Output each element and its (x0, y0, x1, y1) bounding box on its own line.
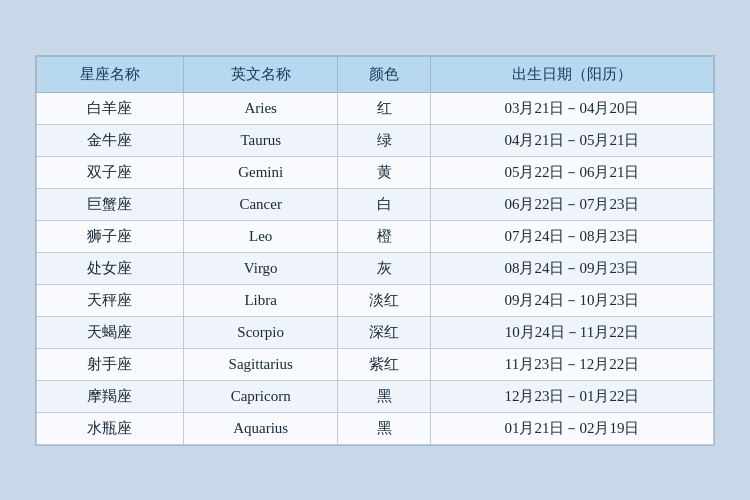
cell-cn-name: 双子座 (37, 156, 184, 188)
cell-color: 黑 (338, 412, 431, 444)
cell-color: 灰 (338, 252, 431, 284)
cell-cn-name: 天蝎座 (37, 316, 184, 348)
cell-date: 12月23日－01月22日 (430, 380, 713, 412)
zodiac-table: 星座名称 英文名称 颜色 出生日期（阳历） 白羊座Aries红03月21日－04… (36, 56, 714, 445)
cell-date: 04月21日－05月21日 (430, 124, 713, 156)
header-cn-name: 星座名称 (37, 56, 184, 92)
header-date: 出生日期（阳历） (430, 56, 713, 92)
cell-color: 橙 (338, 220, 431, 252)
table-row: 天秤座Libra淡红09月24日－10月23日 (37, 284, 714, 316)
cell-cn-name: 狮子座 (37, 220, 184, 252)
cell-date: 06月22日－07月23日 (430, 188, 713, 220)
cell-date: 07月24日－08月23日 (430, 220, 713, 252)
table-row: 天蝎座Scorpio深红10月24日－11月22日 (37, 316, 714, 348)
cell-cn-name: 射手座 (37, 348, 184, 380)
cell-color: 黑 (338, 380, 431, 412)
cell-color: 绿 (338, 124, 431, 156)
table-row: 白羊座Aries红03月21日－04月20日 (37, 92, 714, 124)
header-en-name: 英文名称 (183, 56, 338, 92)
cell-en-name: Cancer (183, 188, 338, 220)
cell-en-name: Capricorn (183, 380, 338, 412)
cell-en-name: Aquarius (183, 412, 338, 444)
cell-color: 黄 (338, 156, 431, 188)
cell-en-name: Sagittarius (183, 348, 338, 380)
cell-color: 红 (338, 92, 431, 124)
cell-en-name: Virgo (183, 252, 338, 284)
cell-en-name: Aries (183, 92, 338, 124)
cell-en-name: Taurus (183, 124, 338, 156)
header-color: 颜色 (338, 56, 431, 92)
table-row: 水瓶座Aquarius黑01月21日－02月19日 (37, 412, 714, 444)
cell-date: 10月24日－11月22日 (430, 316, 713, 348)
table-row: 摩羯座Capricorn黑12月23日－01月22日 (37, 380, 714, 412)
table-row: 双子座Gemini黄05月22日－06月21日 (37, 156, 714, 188)
cell-color: 白 (338, 188, 431, 220)
cell-date: 08月24日－09月23日 (430, 252, 713, 284)
cell-en-name: Scorpio (183, 316, 338, 348)
table-row: 射手座Sagittarius紫红11月23日－12月22日 (37, 348, 714, 380)
cell-en-name: Libra (183, 284, 338, 316)
cell-cn-name: 金牛座 (37, 124, 184, 156)
cell-color: 淡红 (338, 284, 431, 316)
table-row: 金牛座Taurus绿04月21日－05月21日 (37, 124, 714, 156)
cell-color: 深红 (338, 316, 431, 348)
table-row: 处女座Virgo灰08月24日－09月23日 (37, 252, 714, 284)
cell-cn-name: 天秤座 (37, 284, 184, 316)
cell-date: 01月21日－02月19日 (430, 412, 713, 444)
cell-cn-name: 巨蟹座 (37, 188, 184, 220)
cell-en-name: Gemini (183, 156, 338, 188)
cell-date: 11月23日－12月22日 (430, 348, 713, 380)
cell-color: 紫红 (338, 348, 431, 380)
cell-cn-name: 水瓶座 (37, 412, 184, 444)
cell-cn-name: 白羊座 (37, 92, 184, 124)
cell-en-name: Leo (183, 220, 338, 252)
cell-cn-name: 摩羯座 (37, 380, 184, 412)
table-header-row: 星座名称 英文名称 颜色 出生日期（阳历） (37, 56, 714, 92)
zodiac-table-container: 星座名称 英文名称 颜色 出生日期（阳历） 白羊座Aries红03月21日－04… (35, 55, 715, 446)
table-row: 巨蟹座Cancer白06月22日－07月23日 (37, 188, 714, 220)
cell-date: 05月22日－06月21日 (430, 156, 713, 188)
cell-cn-name: 处女座 (37, 252, 184, 284)
table-row: 狮子座Leo橙07月24日－08月23日 (37, 220, 714, 252)
cell-date: 03月21日－04月20日 (430, 92, 713, 124)
cell-date: 09月24日－10月23日 (430, 284, 713, 316)
table-body: 白羊座Aries红03月21日－04月20日金牛座Taurus绿04月21日－0… (37, 92, 714, 444)
